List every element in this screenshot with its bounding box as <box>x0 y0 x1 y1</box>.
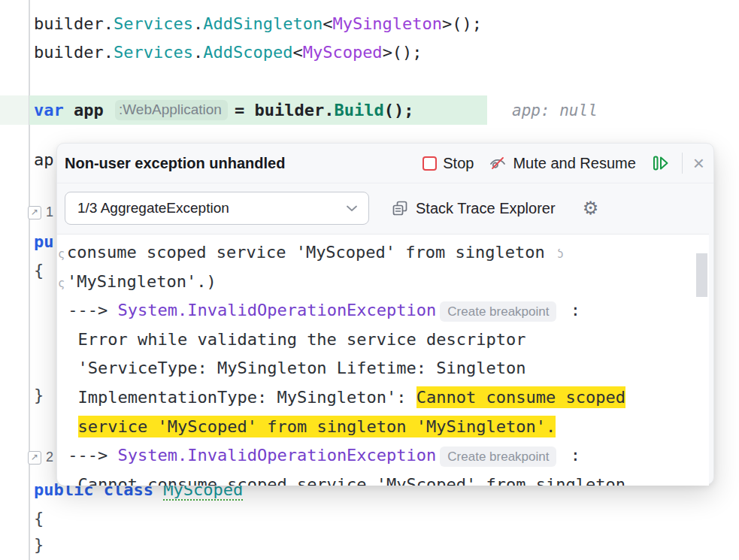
code-segment: AddSingleton <box>203 14 323 33</box>
code-segment: Error while validating the service descr… <box>58 330 526 349</box>
stack-trace-explorer-button[interactable]: Stack Trace Explorer <box>392 200 556 217</box>
stop-label: Stop <box>443 155 474 172</box>
soft-wrap-end-icon <box>555 240 564 269</box>
exception-popup-header: Non-user exception unhandled Stop Mute a… <box>57 144 713 183</box>
code-segment: var <box>34 101 64 120</box>
code-segment: 'ServiceType: MySingleton Lifetime: Sing… <box>58 359 526 377</box>
code-segment: Services <box>114 43 193 62</box>
code-segment: MyScoped <box>303 43 383 62</box>
current-statement-highlight: var app :WebApplication= builder.Build()… <box>29 95 487 125</box>
trace-line: consume scoped service 'MyScoped' from s… <box>58 238 709 268</box>
code-line: } <box>34 534 44 555</box>
trace-line: 'ServiceType: MySingleton Lifetime: Sing… <box>58 354 709 383</box>
code-segment: : <box>560 446 580 465</box>
code-segment: >(); <box>383 43 423 62</box>
resume-icon <box>651 154 670 172</box>
stack-trace-icon <box>392 200 408 216</box>
stop-icon <box>423 156 437 171</box>
trace-line: Cannot consume scoped service 'MyScoped'… <box>58 471 709 486</box>
code-line: { <box>34 260 44 281</box>
code-line: { <box>34 508 44 529</box>
mute-and-resume-button[interactable]: Mute and Resume <box>489 154 635 172</box>
usages-code-vision[interactable]: ↗ 2 <box>28 450 53 465</box>
soft-wrap-start-icon <box>58 240 67 269</box>
code-segment: . <box>324 101 334 120</box>
code-segment: System.InvalidOperationException <box>117 446 436 465</box>
code-line: builder.Services.AddScoped<MyScoped>(); <box>34 42 423 63</box>
code-segment: Services <box>114 14 193 33</box>
soft-wrap-start-icon <box>58 269 67 298</box>
usages-count: 2 <box>46 450 53 465</box>
external-link-icon: ↗ <box>28 206 41 219</box>
code-segment: . <box>193 14 203 33</box>
mute-and-resume-label: Mute and Resume <box>513 155 635 172</box>
code-segment: ImplementationType: MySingleton': <box>58 388 416 407</box>
code-segment: AddScoped <box>203 43 292 62</box>
create-breakpoint-button[interactable]: Create breakpoint <box>440 446 556 467</box>
stack-trace-panel: consume scoped service 'MyScoped' from s… <box>57 234 709 486</box>
exception-selector-dropdown[interactable]: 1/3 AggregateException <box>65 192 369 225</box>
code-segment: app <box>64 101 114 120</box>
code-segment: = <box>235 101 255 120</box>
code-segment: < <box>292 43 302 62</box>
exception-popup: Non-user exception unhandled Stop Mute a… <box>56 143 714 485</box>
muted-eye-icon <box>489 154 507 172</box>
code-segment: : <box>560 301 580 319</box>
code-segment: 'MySingleton'.) <box>67 272 217 291</box>
code-segment: ---> <box>58 446 117 465</box>
code-segment: builder <box>254 101 324 120</box>
popup-title: Non-user exception unhandled <box>65 155 423 172</box>
code-line: pu <box>34 232 54 253</box>
trace-line: ImplementationType: MySingleton': Cannot… <box>58 383 709 413</box>
code-segment: Cannot consume scoped <box>416 388 625 407</box>
code-segment: builder. <box>34 43 114 62</box>
code-segment: builder. <box>34 14 114 33</box>
code-segment: service 'MyScoped' from singleton 'MySin… <box>78 417 556 436</box>
scrollbar-thumb[interactable] <box>696 253 707 297</box>
code-segment: . <box>193 43 203 62</box>
gear-icon[interactable]: ⚙ <box>583 199 599 217</box>
close-icon[interactable]: × <box>693 156 704 171</box>
type-inlay-hint: :WebApplication <box>115 100 228 120</box>
usages-code-vision[interactable]: ↗ 1 <box>28 204 53 220</box>
debugger-inline-value: app: null <box>512 98 598 123</box>
stack-trace-explorer-label: Stack Trace Explorer <box>416 200 556 217</box>
gutter-separator <box>29 0 30 560</box>
exception-toolbar: 1/3 AggregateException Stack Trace Explo… <box>57 183 713 225</box>
code-segment: ---> <box>58 301 117 319</box>
trace-line: Error while validating the service descr… <box>58 325 709 355</box>
trace-line: ---> System.InvalidOperationExceptionCre… <box>58 441 709 471</box>
current-line-gutter-highlight <box>0 95 29 125</box>
code-segment: System.InvalidOperationException <box>117 301 436 319</box>
code-segment: Build <box>334 101 383 120</box>
create-breakpoint-button[interactable]: Create breakpoint <box>440 301 556 322</box>
code-line: ap <box>34 150 54 171</box>
trace-line: 'MySingleton'.) <box>58 268 709 297</box>
code-segment: consume scoped service 'MyScoped' from s… <box>67 243 555 262</box>
stop-button[interactable]: Stop <box>423 155 474 172</box>
code-segment: (); <box>384 101 414 120</box>
code-segment: MySingleton <box>332 14 442 33</box>
code-line: } <box>34 385 44 406</box>
trace-line: service 'MyScoped' from singleton 'MySin… <box>58 413 709 442</box>
resume-button[interactable] <box>651 154 670 172</box>
code-segment: Cannot consume scoped service 'MyScoped'… <box>58 475 625 486</box>
header-divider <box>682 153 683 174</box>
usages-count: 1 <box>46 204 53 220</box>
chevron-down-icon <box>346 204 358 212</box>
code-segment: < <box>323 14 332 33</box>
code-segment <box>58 417 78 436</box>
trace-line: ---> System.InvalidOperationExceptionCre… <box>58 296 709 325</box>
external-link-icon: ↗ <box>28 451 41 465</box>
code-line: builder.Services.AddSingleton<MySingleto… <box>34 14 482 35</box>
code-segment: >(); <box>442 14 482 33</box>
exception-selector-value: 1/3 AggregateException <box>77 200 229 216</box>
